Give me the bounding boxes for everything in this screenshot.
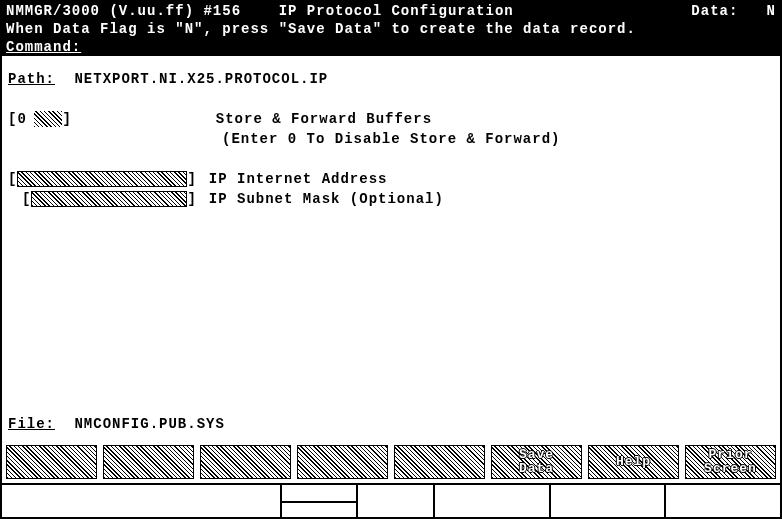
fkey-4[interactable]: [297, 445, 388, 479]
command-label: Command:: [6, 39, 81, 55]
fkey-6-line2: Data: [519, 462, 554, 476]
file-label: File:: [8, 416, 55, 432]
title-bar: NMMGR/3000 (V.uu.ff) #156 IP Protocol Co…: [2, 2, 780, 20]
path-value: NETXPORT.NI.X25.PROTOCOL.IP: [74, 71, 328, 87]
buffers-input[interactable]: [17, 111, 35, 127]
data-flag-value: N: [767, 3, 776, 19]
buffers-label: Store & Forward Buffers: [216, 111, 432, 127]
fkey-6-save-data[interactable]: Save Data: [491, 445, 582, 479]
fkey-5[interactable]: [394, 445, 485, 479]
subnet-field[interactable]: []: [22, 191, 197, 207]
status-cell-2: [282, 485, 435, 517]
path-label: Path:: [8, 71, 55, 87]
command-bar[interactable]: Command:: [2, 38, 780, 56]
main-area: Path: NETXPORT.NI.X25.PROTOCOL.IP [] Sto…: [2, 56, 780, 443]
subnet-label: IP Subnet Mask (Optional): [209, 191, 444, 207]
buffers-hint: (Enter 0 To Disable Store & Forward): [222, 131, 560, 147]
status-cell-1: [2, 485, 282, 517]
ip-address-label: IP Internet Address: [209, 171, 388, 187]
fkey-6-line1: Save: [519, 448, 554, 462]
status-cell-4: [551, 485, 667, 517]
status-cell-3: [435, 485, 551, 517]
status-cell-5: [666, 485, 780, 517]
function-key-row: Save Data Help Prior Screen: [2, 443, 780, 483]
fkey-8-line1: Prior: [708, 448, 752, 462]
data-flag-label: Data:: [691, 3, 738, 19]
fkey-7-label: Help: [616, 455, 651, 469]
fkey-8-prior-screen[interactable]: Prior Screen: [685, 445, 776, 479]
status-line: [2, 483, 780, 517]
fkey-2[interactable]: [103, 445, 194, 479]
file-value: NMCONFIG.PUB.SYS: [74, 416, 224, 432]
app-name: NMMGR/3000 (V.uu.ff) #156: [6, 3, 241, 19]
buffers-field[interactable]: []: [8, 111, 72, 127]
message-bar: When Data Flag is "N", press "Save Data"…: [2, 20, 780, 38]
fkey-1[interactable]: [6, 445, 97, 479]
fkey-3[interactable]: [200, 445, 291, 479]
fkey-8-line2: Screen: [704, 462, 757, 476]
message-text: When Data Flag is "N", press "Save Data"…: [6, 21, 636, 37]
ip-address-field[interactable]: []: [8, 171, 197, 187]
fkey-7-help[interactable]: Help: [588, 445, 679, 479]
screen-title: IP Protocol Configuration: [279, 3, 514, 19]
